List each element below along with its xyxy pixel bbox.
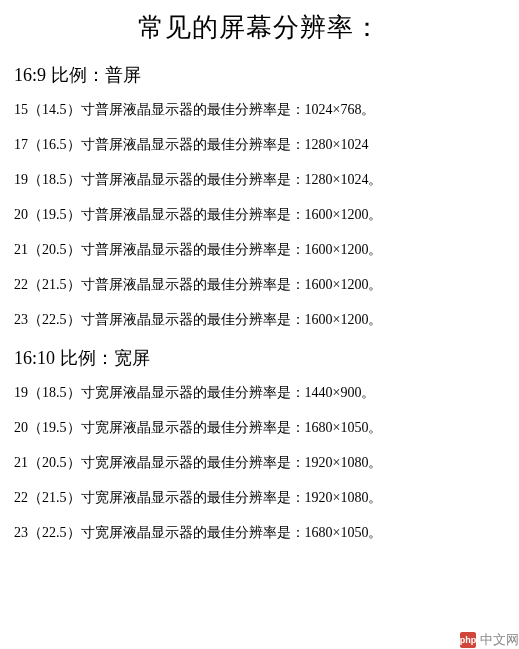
resolution-row: 19（18.5）寸宽屏液晶显示器的最佳分辨率是：1440×900。 xyxy=(14,384,505,402)
section-header: 16:9 比例：普屏 xyxy=(14,63,505,87)
resolution-row: 19（18.5）寸普屏液晶显示器的最佳分辨率是：1280×1024。 xyxy=(14,171,505,189)
resolution-row: 17（16.5）寸普屏液晶显示器的最佳分辨率是：1280×1024 xyxy=(14,136,505,154)
watermark: php 中文网 xyxy=(460,631,519,649)
page-title: 常见的屏幕分辨率： xyxy=(14,10,505,45)
resolution-row: 20（19.5）寸宽屏液晶显示器的最佳分辨率是：1680×1050。 xyxy=(14,419,505,437)
resolution-row: 23（22.5）寸普屏液晶显示器的最佳分辨率是：1600×1200。 xyxy=(14,311,505,329)
section-header: 16:10 比例：宽屏 xyxy=(14,346,505,370)
resolution-row: 21（20.5）寸宽屏液晶显示器的最佳分辨率是：1920×1080。 xyxy=(14,454,505,472)
resolution-row: 20（19.5）寸普屏液晶显示器的最佳分辨率是：1600×1200。 xyxy=(14,206,505,224)
resolution-row: 15（14.5）寸普屏液晶显示器的最佳分辨率是：1024×768。 xyxy=(14,101,505,119)
watermark-label: 中文网 xyxy=(480,631,519,649)
resolution-row: 21（20.5）寸普屏液晶显示器的最佳分辨率是：1600×1200。 xyxy=(14,241,505,259)
resolution-row: 22（21.5）寸普屏液晶显示器的最佳分辨率是：1600×1200。 xyxy=(14,276,505,294)
php-logo-icon: php xyxy=(460,632,476,648)
resolution-row: 23（22.5）寸宽屏液晶显示器的最佳分辨率是：1680×1050。 xyxy=(14,524,505,542)
resolution-row: 22（21.5）寸宽屏液晶显示器的最佳分辨率是：1920×1080。 xyxy=(14,489,505,507)
sections-container: 16:9 比例：普屏15（14.5）寸普屏液晶显示器的最佳分辨率是：1024×7… xyxy=(14,63,505,542)
